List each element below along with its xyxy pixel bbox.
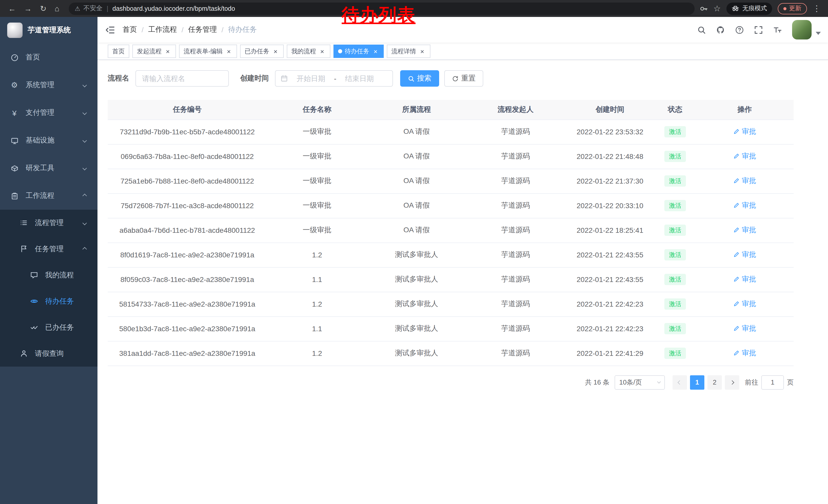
column-header: 所属流程 <box>367 100 466 120</box>
tab-close-icon[interactable]: × <box>319 48 326 55</box>
cell-id: 75d72608-7b7f-11ec-a3c8-acde48001122 <box>108 193 267 218</box>
sidebar-item-process-management[interactable]: 流程管理 <box>0 210 97 236</box>
sidebar-item-infrastructure[interactable]: 基础设施 <box>0 127 97 154</box>
cell-status: 激活 <box>655 144 696 169</box>
next-page-button[interactable] <box>725 375 739 390</box>
sidebar-item-home[interactable]: 首页 <box>0 44 97 71</box>
tab-home[interactable]: 首页 <box>108 45 129 58</box>
chevron-down-icon <box>657 380 661 383</box>
tab-todo-tasks[interactable]: 待办任务 × <box>333 45 384 58</box>
page-button-2[interactable]: 2 <box>707 375 722 390</box>
workflow-submenu: 流程管理 任务管理 我的流程 <box>0 210 97 367</box>
page-size-select[interactable]: 10条/页 <box>615 375 665 390</box>
tab-close-icon[interactable]: × <box>372 48 379 55</box>
sidebar-item-workflow[interactable]: 工作流程 <box>0 182 97 210</box>
approve-link[interactable]: 审批 <box>733 324 756 333</box>
sidebar-item-todo-tasks[interactable]: 待办任务 <box>0 288 97 314</box>
sidebar-item-done-tasks[interactable]: 已办任务 <box>0 314 97 340</box>
user-menu[interactable] <box>792 20 821 40</box>
fullscreen-icon[interactable] <box>749 17 768 43</box>
reset-button[interactable]: 重置 <box>444 70 483 87</box>
help-icon[interactable] <box>730 17 749 43</box>
tab-done-tasks[interactable]: 已办任务 × <box>240 45 284 58</box>
approve-link[interactable]: 审批 <box>733 176 756 186</box>
app-logo[interactable]: 芋道管理系统 <box>0 17 97 44</box>
cell-process: 测试多审批人 <box>367 267 466 292</box>
approve-link[interactable]: 审批 <box>733 127 756 136</box>
font-size-icon[interactable] <box>768 17 787 43</box>
process-name-input[interactable] <box>135 70 229 87</box>
approve-link[interactable]: 审批 <box>733 152 756 161</box>
sidebar-item-label: 请假查询 <box>35 349 64 358</box>
tab-close-icon[interactable]: × <box>164 48 171 55</box>
update-button[interactable]: 更新 <box>778 3 807 14</box>
breadcrumb-item[interactable]: 首页 <box>123 25 137 34</box>
tab-my-process[interactable]: 我的流程 × <box>287 45 330 58</box>
sidebar-item-payment[interactable]: ¥ 支付管理 <box>0 99 97 127</box>
github-icon[interactable] <box>711 17 730 43</box>
key-icon[interactable] <box>700 4 708 12</box>
tab-close-icon[interactable]: × <box>272 48 279 55</box>
approve-link[interactable]: 审批 <box>733 275 756 284</box>
tab-close-icon[interactable]: × <box>419 48 426 55</box>
approve-link[interactable]: 审批 <box>733 201 756 210</box>
breadcrumb-item[interactable]: 工作流程 <box>148 25 177 34</box>
prev-page-button[interactable] <box>672 375 687 390</box>
table-row: 725a1eb6-7b88-11ec-8ef0-acde48001122一级审批… <box>108 169 794 193</box>
cell-status: 激活 <box>655 218 696 242</box>
cell-name: 1.2 <box>267 242 367 267</box>
forward-icon[interactable]: → <box>24 5 32 12</box>
tab-close-icon[interactable]: × <box>225 48 233 55</box>
approve-link[interactable]: 审批 <box>733 300 756 309</box>
sidebar-item-system[interactable]: ⚙ 系统管理 <box>0 71 97 99</box>
back-icon[interactable]: ← <box>8 5 16 12</box>
tab-process-detail[interactable]: 流程详情 × <box>387 45 430 58</box>
edit-icon <box>733 350 740 357</box>
cell-action: 审批 <box>696 292 794 316</box>
tab-process-form-edit[interactable]: 流程表单-编辑 × <box>179 45 237 58</box>
tab-label: 流程详情 <box>391 47 416 56</box>
chevron-down-icon <box>83 166 87 171</box>
end-date-input[interactable] <box>338 74 380 83</box>
chevron-up-icon <box>83 247 87 251</box>
search-icon[interactable] <box>692 17 711 43</box>
chevron-down-icon <box>83 221 87 225</box>
bookmark-star-icon[interactable]: ☆ <box>713 4 721 12</box>
cell-time: 2022-01-21 22:43:55 <box>565 242 655 267</box>
approve-link[interactable]: 审批 <box>733 226 756 235</box>
goto-page-input[interactable] <box>761 375 784 390</box>
start-date-input[interactable] <box>290 74 332 83</box>
edit-icon <box>733 251 740 258</box>
cell-time: 2022-01-22 20:33:10 <box>565 193 655 218</box>
cell-name: 1.1 <box>267 267 367 292</box>
sidebar-item-my-process[interactable]: 我的流程 <box>0 262 97 288</box>
create-time-label: 创建时间 <box>240 74 269 83</box>
sidebar-item-devtools[interactable]: 研发工具 <box>0 154 97 182</box>
cell-action: 审批 <box>696 169 794 193</box>
date-range-picker[interactable]: - <box>275 70 393 87</box>
search-button[interactable]: 搜索 <box>400 70 439 87</box>
approve-link[interactable]: 审批 <box>733 250 756 260</box>
cell-name: 一级审批 <box>267 193 367 218</box>
home-icon[interactable]: ⌂ <box>55 5 59 12</box>
sidebar-item-task-management[interactable]: 任务管理 <box>0 236 97 262</box>
sidebar-item-leave-query[interactable]: 请假查询 <box>0 340 97 367</box>
approve-link[interactable]: 审批 <box>733 349 756 358</box>
breadcrumb-item[interactable]: 任务管理 <box>188 25 217 34</box>
eye-icon <box>30 297 38 305</box>
breadcrumb-separator: / <box>141 26 143 34</box>
cell-process: 测试多审批人 <box>367 316 466 341</box>
page-button-1[interactable]: 1 <box>690 375 704 390</box>
tab-start-process[interactable]: 发起流程 × <box>132 45 176 58</box>
cell-time: 2022-01-22 21:37:30 <box>565 169 655 193</box>
table-row: a6aba0a4-7b6d-11ec-b781-acde48001122一级审批… <box>108 218 794 242</box>
cell-status: 激活 <box>655 242 696 267</box>
table-row: 75d72608-7b7f-11ec-a3c8-acde48001122一级审批… <box>108 193 794 218</box>
sidebar-collapse-icon[interactable] <box>97 25 123 35</box>
cell-time: 2022-01-21 22:42:23 <box>565 292 655 316</box>
sidebar-item-label: 研发工具 <box>26 164 54 173</box>
browser-menu-icon[interactable]: ⋮ <box>813 4 821 12</box>
reset-button-label: 重置 <box>461 74 475 83</box>
top-navbar: 首页 / 工作流程 / 任务管理 / 待办任务 <box>97 17 828 43</box>
reload-icon[interactable]: ↻ <box>40 5 46 12</box>
